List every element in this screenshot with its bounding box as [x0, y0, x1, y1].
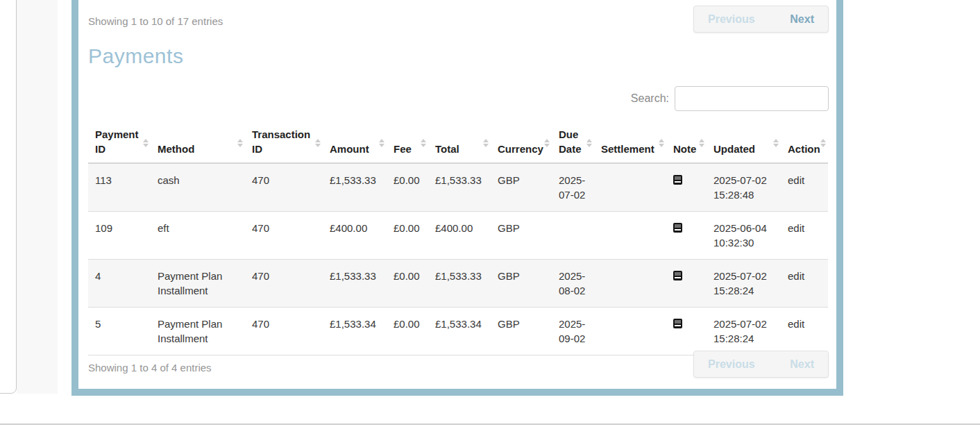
cell-total: £1,533.34: [428, 308, 491, 355]
cell-amount: £1,533.34: [323, 308, 387, 355]
cell-action: edit: [781, 260, 828, 308]
upper-table-info: Showing 1 to 10 of 17 entries: [88, 15, 223, 27]
sort-icon: [379, 139, 385, 147]
note-icon[interactable]: [673, 175, 682, 185]
sort-icon: [237, 139, 243, 147]
payments-pagination: Previous Next: [693, 351, 829, 378]
note-icon[interactable]: [673, 223, 682, 233]
edit-link[interactable]: edit: [788, 318, 804, 330]
cell-due-date: [552, 212, 594, 260]
cell-amount: £1,533.33: [323, 260, 387, 308]
column-header-payment-id[interactable]: Payment ID: [88, 123, 151, 163]
next-button[interactable]: Next: [790, 13, 814, 26]
cell-updated: 2025-07-02 15:28:48: [707, 163, 781, 212]
cell-fee: £0.00: [387, 308, 428, 355]
cell-transaction-id: 470: [245, 260, 323, 308]
page-divider: [0, 424, 980, 425]
previous-button[interactable]: Previous: [708, 358, 755, 371]
cell-fee: £0.00: [387, 260, 428, 308]
cell-total: £1,533.33: [428, 260, 491, 308]
cell-settlement: [594, 308, 666, 355]
cell-due-date: 2025-08-02: [552, 260, 594, 308]
cell-note: [666, 212, 707, 260]
sort-icon: [315, 139, 321, 147]
cell-action: edit: [781, 212, 828, 260]
sort-icon: [544, 139, 550, 147]
cell-total: £400.00: [428, 212, 491, 260]
cell-payment-id: 109: [88, 212, 151, 260]
sort-icon: [820, 139, 826, 147]
payments-table-info: Showing 1 to 4 of 4 entries: [88, 362, 212, 374]
column-header-amount[interactable]: Amount: [323, 123, 387, 163]
edit-link[interactable]: edit: [788, 270, 804, 282]
cell-amount: £400.00: [323, 212, 387, 260]
cell-note: [666, 163, 707, 212]
cell-method: Payment Plan Installment: [151, 260, 245, 308]
previous-button[interactable]: Previous: [708, 13, 755, 26]
sort-icon: [586, 139, 592, 147]
left-panel: [0, 0, 17, 394]
cell-amount: £1,533.33: [323, 163, 387, 212]
cell-action: edit: [781, 163, 828, 212]
cell-payment-id: 5: [88, 308, 151, 355]
cell-fee: £0.00: [387, 212, 428, 260]
cell-settlement: [594, 212, 666, 260]
column-header-action[interactable]: Action: [781, 123, 828, 163]
cell-settlement: [594, 260, 666, 308]
cell-transaction-id: 470: [245, 163, 323, 212]
cell-currency: GBP: [491, 163, 552, 212]
page: Showing 1 to 10 of 17 entries Previous N…: [0, 0, 980, 436]
cell-settlement: [594, 163, 666, 212]
table-row: 109eft470£400.00£0.00£400.00GBP2025-06-0…: [88, 212, 828, 260]
cell-fee: £0.00: [387, 163, 428, 212]
payments-table: Payment ID Method Transaction ID Amount: [88, 123, 828, 355]
cell-updated: 2025-07-02 15:28:24: [707, 260, 781, 308]
cell-due-date: 2025-09-02: [552, 308, 594, 355]
table-header-row: Payment ID Method Transaction ID Amount: [88, 123, 828, 163]
column-header-transaction-id[interactable]: Transaction ID: [245, 123, 323, 163]
cell-due-date: 2025-07-02: [552, 163, 594, 212]
cell-currency: GBP: [491, 260, 552, 308]
sort-icon: [699, 139, 704, 147]
column-header-total[interactable]: Total: [428, 123, 491, 163]
sort-icon: [659, 139, 664, 147]
cell-method: cash: [151, 163, 245, 212]
column-header-updated[interactable]: Updated: [707, 123, 781, 163]
cell-transaction-id: 470: [245, 308, 323, 355]
cell-method: eft: [151, 212, 245, 260]
cell-payment-id: 4: [88, 260, 151, 308]
cell-currency: GBP: [491, 212, 552, 260]
cell-total: £1,533.33: [428, 163, 491, 212]
note-icon[interactable]: [673, 319, 682, 328]
table-row: 5Payment Plan Installment470£1,533.34£0.…: [88, 308, 828, 355]
sort-icon: [773, 139, 779, 147]
table-row: 4Payment Plan Installment470£1,533.33£0.…: [88, 260, 828, 308]
sort-icon: [483, 139, 489, 147]
column-header-note[interactable]: Note: [666, 123, 707, 163]
payments-table-body: 113cash470£1,533.33£0.00£1,533.33GBP2025…: [88, 163, 828, 355]
cell-method: Payment Plan Installment: [151, 308, 245, 355]
column-header-due-date[interactable]: Due Date: [552, 123, 594, 163]
edit-link[interactable]: edit: [788, 174, 804, 186]
column-header-method[interactable]: Method: [151, 123, 245, 163]
cell-payment-id: 113: [88, 163, 151, 212]
search-bar: Search:: [631, 86, 829, 111]
payments-card: Showing 1 to 10 of 17 entries Previous N…: [71, 0, 843, 396]
column-header-settlement[interactable]: Settlement: [594, 123, 666, 163]
sidebar-panel: [17, 0, 58, 394]
cell-action: edit: [781, 308, 828, 355]
cell-updated: 2025-07-02 15:28:24: [707, 308, 781, 355]
cell-transaction-id: 470: [245, 212, 323, 260]
edit-link[interactable]: edit: [788, 222, 804, 234]
cell-note: [666, 308, 707, 355]
cell-updated: 2025-06-04 10:32:30: [707, 212, 781, 260]
note-icon[interactable]: [673, 271, 682, 280]
search-input[interactable]: [675, 86, 829, 111]
cell-currency: GBP: [491, 308, 552, 355]
sort-icon: [421, 139, 426, 147]
column-header-fee[interactable]: Fee: [387, 123, 428, 163]
next-button[interactable]: Next: [790, 358, 814, 371]
cell-note: [666, 260, 707, 308]
column-header-currency[interactable]: Currency: [491, 123, 552, 163]
page-title: Payments: [88, 44, 183, 68]
